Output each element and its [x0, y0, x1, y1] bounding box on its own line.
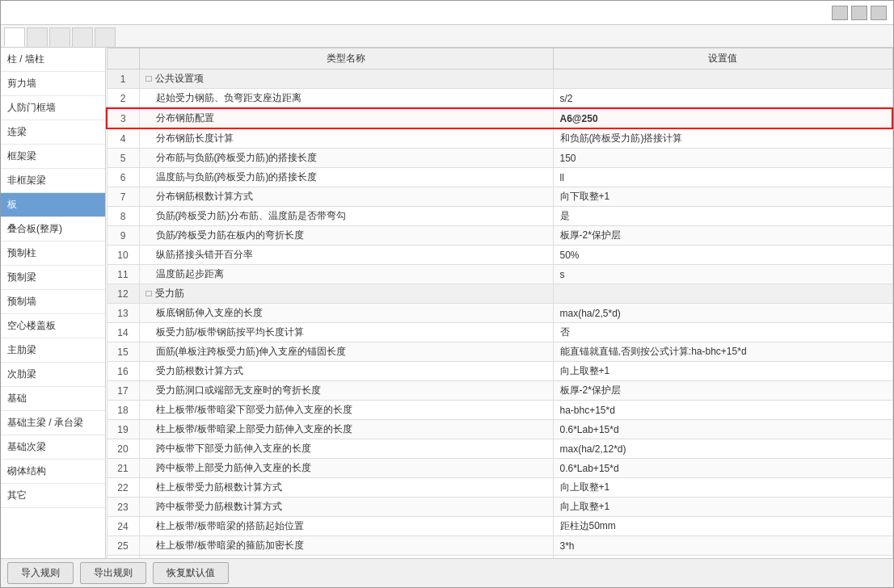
table-row-5[interactable]: 6温度筋与负筋(跨板受力筋)的搭接长度ll	[107, 168, 892, 187]
table-row-12[interactable]: 13板底钢筋伸入支座的长度max(ha/2,5*d)	[107, 304, 892, 323]
sidebar-item-18[interactable]: 其它	[1, 484, 105, 508]
minimize-button[interactable]	[832, 6, 848, 20]
row-value-17: ha-bhc+15*d	[553, 401, 892, 420]
sidebar-item-1[interactable]: 剪力墙	[1, 72, 105, 96]
sidebar-item-15[interactable]: 基础主梁 / 承台梁	[1, 411, 105, 435]
table-row-2[interactable]: 3分布钢筋配置A6@250	[107, 108, 892, 128]
row-value-10: s	[553, 265, 892, 284]
table-row-25[interactable]: 26跨板受力筋标注长度位置支座中心线	[107, 556, 892, 559]
row-num-20: 21	[107, 459, 139, 478]
table-row-16[interactable]: 17受力筋洞口或端部无支座时的弯折长度板厚-2*保护层	[107, 381, 892, 401]
sidebar-item-12[interactable]: 主肋梁	[1, 338, 105, 363]
row-value-9: 50%	[553, 246, 892, 265]
row-num-0: 1	[107, 69, 139, 89]
table-row-21[interactable]: 22柱上板带受力筋根数计算方式向上取整+1	[107, 478, 892, 498]
row-name-12: 板底钢筋伸入支座的长度	[139, 304, 553, 323]
sidebar-item-13[interactable]: 次肋梁	[1, 363, 105, 387]
row-num-11: 12	[107, 284, 139, 304]
sidebar-item-10[interactable]: 预制墙	[1, 290, 105, 314]
row-name-1: 起始受力钢筋、负弯距支座边距离	[139, 89, 553, 109]
table-row-19[interactable]: 20跨中板带下部受力筋伸入支座的长度max(ha/2,12*d)	[107, 439, 892, 459]
table-row-8[interactable]: 9负筋/跨板受力筋在板内的弯折长度板厚-2*保护层	[107, 226, 892, 246]
row-name-18: 柱上板带/板带暗梁上部受力筋伸入支座的长度	[139, 420, 553, 439]
row-value-1: s/2	[553, 89, 892, 109]
sidebar-item-5[interactable]: 非框架梁	[1, 169, 105, 193]
content-area: 柱 / 墙柱剪力墙人防门框墙连梁框架梁非框架梁板叠合板(整厚)预制柱预制梁预制墙…	[1, 48, 893, 558]
sidebar-item-14[interactable]: 基础	[1, 387, 105, 411]
row-name-3: 分布钢筋长度计算	[139, 128, 553, 149]
table-row-23[interactable]: 24柱上板带/板带暗梁的搭筋起始位置距柱边50mm	[107, 517, 892, 536]
sidebar-item-3[interactable]: 连梁	[1, 120, 105, 145]
row-value-22: 向上取整+1	[553, 498, 892, 517]
table-row-4[interactable]: 5分布筋与负筋(跨板受力筋)的搭接长度150	[107, 149, 892, 168]
table-row-1[interactable]: 2起始受力钢筋、负弯距支座边距离s/2	[107, 89, 892, 109]
table-row-18[interactable]: 19柱上板带/板带暗梁上部受力筋伸入支座的长度0.6*Lab+15*d	[107, 420, 892, 439]
row-num-16: 17	[107, 381, 139, 401]
table-row-22[interactable]: 23跨中板带受力筋根数计算方式向上取整+1	[107, 498, 892, 517]
row-value-21: 向上取整+1	[553, 478, 892, 498]
row-value-15: 向上取整+1	[553, 362, 892, 381]
table-row-15[interactable]: 16受力筋根数计算方式向上取整+1	[107, 362, 892, 381]
close-button[interactable]	[871, 6, 887, 20]
tab-stirrup-formula[interactable]	[95, 27, 116, 47]
row-num-12: 13	[107, 304, 139, 323]
tab-node-settings[interactable]	[27, 27, 48, 47]
row-value-3: 和负筋(跨板受力筋)搭接计算	[553, 128, 892, 149]
sidebar-item-6[interactable]: 板	[1, 193, 105, 217]
row-name-24: 柱上板带/板带暗梁的箍筋加密长度	[139, 536, 553, 556]
maximize-button[interactable]	[851, 6, 867, 20]
sidebar-item-11[interactable]: 空心楼盖板	[1, 314, 105, 338]
sidebar-item-8[interactable]: 预制柱	[1, 242, 105, 266]
table-row-10[interactable]: 11温度筋起步距离s	[107, 265, 892, 284]
row-num-15: 16	[107, 362, 139, 381]
row-value-19: max(ha/2,12*d)	[553, 439, 892, 459]
table-row-17[interactable]: 18柱上板带/板带暗梁下部受力筋伸入支座的长度ha-bhc+15*d	[107, 401, 892, 420]
row-num-17: 18	[107, 401, 139, 420]
sidebar-item-0[interactable]: 柱 / 墙柱	[1, 48, 105, 72]
table-row-20[interactable]: 21跨中板带上部受力筋伸入支座的长度0.6*Lab+15*d	[107, 459, 892, 478]
row-value-23: 距柱边50mm	[553, 517, 892, 536]
row-name-25: 跨板受力筋标注长度位置	[139, 556, 553, 559]
row-num-13: 14	[107, 323, 139, 342]
sidebar-item-9[interactable]: 预制梁	[1, 266, 105, 290]
table-row-9[interactable]: 10纵筋搭接头错开百分率50%	[107, 246, 892, 265]
sidebar-item-17[interactable]: 砌体结构	[1, 460, 105, 484]
sidebar: 柱 / 墙柱剪力墙人防门框墙连梁框架梁非框架梁板叠合板(整厚)预制柱预制梁预制墙…	[1, 48, 106, 558]
row-num-4: 5	[107, 149, 139, 168]
table-row-6[interactable]: 7分布钢筋根数计算方式向下取整+1	[107, 187, 892, 207]
row-name-9: 纵筋搭接头错开百分率	[139, 246, 553, 265]
title-bar-buttons	[832, 6, 887, 20]
row-value-5: ll	[553, 168, 892, 187]
main-window: 柱 / 墙柱剪力墙人防门框墙连梁框架梁非框架梁板叠合板(整厚)预制柱预制梁预制墙…	[0, 0, 894, 588]
row-value-16: 板厚-2*保护层	[553, 381, 892, 401]
row-name-5: 温度筋与负筋(跨板受力筋)的搭接长度	[139, 168, 553, 187]
col-name-header: 类型名称	[139, 48, 553, 69]
tab-stirrup-settings[interactable]	[49, 27, 70, 47]
row-value-7: 是	[553, 207, 892, 226]
table-row-24[interactable]: 25柱上板带/板带暗梁的箍筋加密长度3*h	[107, 536, 892, 556]
row-name-7: 负筋(跨板受力筋)分布筋、温度筋是否带弯勾	[139, 207, 553, 226]
row-value-2: A6@250	[553, 108, 892, 128]
row-num-7: 8	[107, 207, 139, 226]
row-name-16: 受力筋洞口或端部无支座时的弯折长度	[139, 381, 553, 401]
sidebar-item-2[interactable]: 人防门框墙	[1, 96, 105, 120]
tab-splice-settings[interactable]	[72, 27, 93, 47]
bottom-btn-2[interactable]: 恢复默认值	[153, 562, 229, 584]
table-row-7[interactable]: 8负筋(跨板受力筋)分布筋、温度筋是否带弯勾是	[107, 207, 892, 226]
col-value-header: 设置值	[553, 48, 892, 69]
sidebar-item-7[interactable]: 叠合板(整厚)	[1, 217, 105, 242]
table-container[interactable]: 类型名称 设置值 1□公共设置项2起始受力钢筋、负弯距支座边距离s/23分布钢筋…	[106, 48, 893, 558]
tab-calc-rules[interactable]	[4, 27, 25, 47]
row-num-9: 10	[107, 246, 139, 265]
table-row-11[interactable]: 12□受力筋	[107, 284, 892, 304]
table-row-14[interactable]: 15面筋(单板注跨板受力筋)伸入支座的锚固长度能直锚就直锚,否则按公式计算:ha…	[107, 342, 892, 362]
table-row-13[interactable]: 14板受力筋/板带钢筋按平均长度计算否	[107, 323, 892, 342]
sidebar-item-16[interactable]: 基础次梁	[1, 435, 105, 460]
table-row-0[interactable]: 1□公共设置项	[107, 69, 892, 89]
bottom-btn-1[interactable]: 导出规则	[80, 562, 146, 584]
table-row-3[interactable]: 4分布钢筋长度计算和负筋(跨板受力筋)搭接计算	[107, 128, 892, 149]
row-value-25: 支座中心线	[553, 556, 892, 559]
sidebar-item-4[interactable]: 框架梁	[1, 145, 105, 169]
bottom-btn-0[interactable]: 导入规则	[7, 562, 74, 584]
row-name-0: □公共设置项	[139, 69, 553, 89]
